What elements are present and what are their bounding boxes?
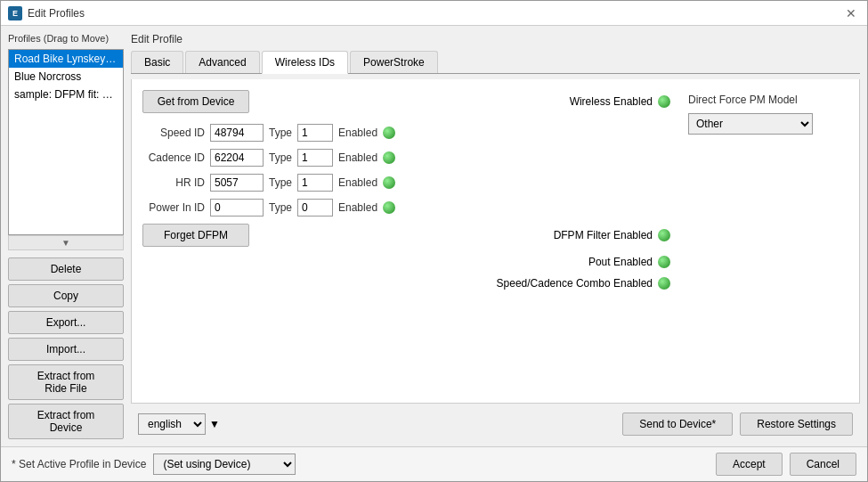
title-bar-left: E Edit Profiles (8, 6, 85, 20)
tab-content-wireless: Get from Device Wireless Enabled Speed I… (131, 79, 860, 404)
tab-wireless-ids[interactable]: Wireless IDs (262, 51, 348, 74)
hr-enabled-indicator (383, 176, 395, 189)
power-enabled-indicator (383, 201, 395, 214)
speedcadence-label: Speed/Cadence Combo Enabled (497, 277, 653, 290)
profiles-list[interactable]: Road Bike Lynskey 2/23/2020 Prof# 1 Blue… (8, 49, 124, 235)
extract-ride-button[interactable]: Extract from Ride File (8, 364, 124, 400)
cadence-id-label: Cadence ID (142, 151, 205, 164)
set-active-label: * Set Active Profile in Device (12, 458, 146, 470)
cadence-id-row: Cadence ID Type Enabled (142, 149, 677, 167)
bottom-right: Send to Device* Restore Settings (622, 413, 853, 436)
send-to-device-button[interactable]: Send to Device* (622, 413, 733, 436)
forget-dfpm-button[interactable]: Forget DFPM (142, 224, 249, 247)
speed-id-label: Speed ID (142, 127, 205, 139)
dfpm-filter-indicator (658, 229, 670, 241)
dfpm-filter-label: DFPM Filter Enabled (554, 229, 653, 241)
profiles-label: Profiles (Drag to Move) (8, 33, 124, 44)
extract-device-button[interactable]: Extract from Device (8, 404, 124, 439)
bottom-left: english french german spanish ▼ (138, 413, 220, 435)
copy-button[interactable]: Copy (8, 284, 124, 307)
left-buttons: Delete Copy Export... Import... Extract … (8, 257, 124, 439)
power-id-input[interactable] (210, 199, 264, 216)
power-enabled-label: Enabled (338, 201, 377, 214)
hr-type-label: Type (269, 176, 292, 189)
language-select[interactable]: english french german spanish (138, 413, 206, 435)
power-type-input[interactable] (297, 199, 333, 216)
scroll-down-arrow[interactable]: ▼ (8, 235, 124, 250)
power-type-label: Type (269, 201, 292, 214)
cadence-enabled-label: Enabled (338, 151, 377, 164)
tab-bar: Basic Advanced Wireless IDs PowerStroke (131, 51, 860, 74)
wireless-main: Get from Device Wireless Enabled Speed I… (142, 90, 677, 392)
accept-button[interactable]: Accept (716, 453, 783, 476)
cancel-button[interactable]: Cancel (790, 453, 856, 476)
footer: * Set Active Profile in Device (Set usin… (1, 446, 867, 481)
hr-id-row: HR ID Type Enabled (142, 174, 677, 192)
delete-button[interactable]: Delete (8, 257, 124, 281)
hr-enabled-label: Enabled (338, 176, 377, 189)
footer-left: * Set Active Profile in Device (Set usin… (12, 453, 296, 475)
get-from-device-button[interactable]: Get from Device (142, 90, 249, 113)
pout-enabled-indicator (658, 256, 670, 268)
pm-model-select[interactable]: Other Quarq PowerTap SRM Stages Garmin V… (688, 113, 813, 135)
cadence-type-label: Type (269, 151, 292, 164)
profile-item-0[interactable]: Road Bike Lynskey 2/23/2020 Prof# 1 (9, 50, 123, 68)
power-id-row: Power In ID Type Enabled (142, 199, 677, 216)
restore-settings-button[interactable]: Restore Settings (740, 413, 853, 436)
speed-type-input[interactable] (297, 124, 333, 142)
main-content: Profiles (Drag to Move) Road Bike Lynske… (1, 26, 867, 446)
speed-id-input[interactable] (210, 124, 264, 142)
main-window: E Edit Profiles ✕ Profiles (Drag to Move… (0, 0, 868, 482)
hr-type-input[interactable] (297, 174, 333, 192)
edit-profile-label: Edit Profile (131, 33, 860, 45)
cadence-enabled-indicator (383, 151, 395, 164)
right-panel: Edit Profile Basic Advanced Wireless IDs… (131, 33, 860, 439)
tab-basic[interactable]: Basic (131, 51, 183, 73)
title-bar: E Edit Profiles ✕ (1, 1, 867, 26)
cadence-type-input[interactable] (297, 149, 333, 167)
wireless-enabled-indicator (658, 95, 670, 108)
lang-dropdown-icon: ▼ (209, 418, 220, 430)
wireless-enabled-label: Wireless Enabled (570, 95, 653, 108)
speed-id-row: Speed ID Type Enabled (142, 124, 677, 142)
hr-id-label: HR ID (142, 176, 205, 189)
pout-label: Pout Enabled (588, 256, 653, 268)
speed-type-label: Type (269, 127, 292, 139)
window-title: Edit Profiles (28, 7, 85, 20)
app-icon: E (8, 6, 22, 20)
cadence-id-input[interactable] (210, 149, 264, 167)
close-button[interactable]: ✕ (842, 4, 860, 22)
profile-item-2[interactable]: sample: DFPM fit: 4/9/2008 (9, 86, 123, 103)
tab-advanced[interactable]: Advanced (185, 51, 259, 73)
footer-right: Accept Cancel (716, 453, 856, 476)
speedcadence-enabled-indicator (658, 277, 670, 290)
speed-enabled-indicator (383, 127, 395, 139)
pm-model-label: Direct Force PM Model (688, 94, 848, 106)
profile-item-1[interactable]: Blue Norcross (9, 68, 123, 86)
pm-model-section: Direct Force PM Model Other Quarq PowerT… (688, 90, 848, 392)
tab-powerstroke[interactable]: PowerStroke (350, 51, 438, 73)
hr-id-input[interactable] (210, 174, 264, 192)
speed-enabled-label: Enabled (338, 127, 377, 139)
left-panel: Profiles (Drag to Move) Road Bike Lynske… (8, 33, 124, 439)
export-button[interactable]: Export... (8, 311, 124, 334)
power-id-label: Power In ID (142, 201, 205, 214)
bottom-bar: english french german spanish ▼ Send to … (131, 409, 860, 439)
device-select[interactable]: (Set using Device) Profile 1 Profile 2 (153, 453, 296, 475)
import-button[interactable]: Import... (8, 338, 124, 361)
